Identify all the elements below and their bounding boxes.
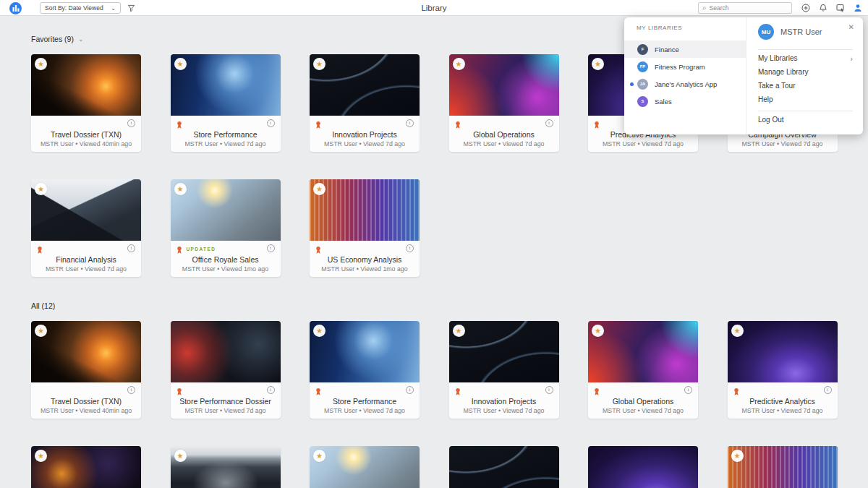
dossier-card[interactable]: ★ i Global Operations MSTR User • Viewed… xyxy=(588,321,698,419)
card-footer: i Financial Analysis MSTR User • Viewed … xyxy=(31,241,141,277)
info-icon[interactable]: i xyxy=(406,244,414,252)
favorite-star-badge[interactable]: ★ xyxy=(174,58,187,70)
card-meta: MSTR User • Viewed 7d ago xyxy=(171,406,281,415)
card-thumbnail: ★ xyxy=(171,179,281,241)
library-item[interactable]: F Finance xyxy=(624,40,746,58)
dossier-card[interactable]: ★ i xyxy=(171,446,281,488)
account-user-icon[interactable] xyxy=(853,4,862,13)
library-item[interactable]: JA Jane's Analytics App xyxy=(624,75,746,93)
close-icon[interactable]: ✕ xyxy=(848,23,854,31)
dossier-card[interactable]: ★ i xyxy=(310,446,420,488)
menu-item-my-libraries[interactable]: My Libraries › xyxy=(758,51,853,65)
search-placeholder: Search xyxy=(710,4,729,12)
card-thumbnail: ★ xyxy=(310,321,420,382)
favorite-star-badge[interactable]: ★ xyxy=(35,183,47,195)
favorite-star-badge[interactable]: ★ xyxy=(313,325,326,337)
library-item[interactable]: FP Fitness Program xyxy=(624,58,746,75)
dossier-card[interactable]: ★ i Innovation Projects MSTR User • View… xyxy=(449,321,559,419)
dossier-card[interactable]: ★ i Innovation Projects MSTR User • View… xyxy=(310,54,420,152)
info-icon[interactable]: i xyxy=(406,386,414,394)
info-icon[interactable]: i xyxy=(127,386,135,394)
favorite-star-badge[interactable]: ★ xyxy=(592,325,604,337)
card-title: Office Royale Sales xyxy=(171,241,281,265)
card-meta: MSTR User • Viewed 7d ago xyxy=(449,140,559,148)
menu-item-manage-library[interactable]: Manage Library › xyxy=(758,65,853,79)
card-thumbnail xyxy=(588,446,698,488)
dossier-card[interactable]: i Store Performance Dossier MSTR User • … xyxy=(171,321,281,419)
card-meta: MSTR User • Viewed 40min ago xyxy=(31,406,141,415)
certified-icon xyxy=(455,119,461,132)
library-name: Jane's Analytics App xyxy=(655,80,717,88)
favorite-star-badge[interactable]: ★ xyxy=(592,58,604,70)
dossier-card[interactable]: ★ i Travel Dossier (TXN) MSTR User • Vie… xyxy=(31,54,141,152)
dossier-card[interactable]: ★ i Predictive Analytics MSTR User • Vie… xyxy=(728,321,838,419)
menu-item-take-a-tour[interactable]: Take a Tour › xyxy=(758,79,853,93)
window-cursor-icon[interactable] xyxy=(835,4,845,13)
notifications-bell-icon[interactable] xyxy=(818,4,827,13)
favorite-star-badge[interactable]: ★ xyxy=(174,450,187,462)
section-header[interactable]: All (12) xyxy=(31,300,868,312)
favorite-star-badge[interactable]: ★ xyxy=(35,58,47,70)
dossier-card[interactable]: i xyxy=(588,446,698,488)
menu-item-log-out[interactable]: Log Out xyxy=(758,113,853,127)
menu-item-help[interactable]: Help › xyxy=(758,93,853,106)
dossier-card[interactable]: ★ i Global Operations MSTR User • Viewed… xyxy=(449,54,559,152)
dossier-card[interactable]: i xyxy=(449,446,559,488)
info-icon[interactable]: i xyxy=(684,386,692,394)
add-circle-icon[interactable] xyxy=(801,4,810,13)
menu-item-label: Take a Tour xyxy=(758,82,796,90)
info-icon[interactable]: i xyxy=(406,119,414,127)
card-grid: ★ i Travel Dossier (TXN) MSTR User • Vie… xyxy=(31,321,868,488)
card-meta: MSTR User • Viewed 7d ago xyxy=(171,140,281,148)
favorite-star-badge[interactable]: ★ xyxy=(174,183,187,195)
divider xyxy=(758,111,853,111)
favorite-star-badge[interactable]: ★ xyxy=(313,58,326,70)
card-thumbnail: ★ xyxy=(31,321,141,382)
info-icon[interactable]: i xyxy=(127,244,135,252)
dossier-card[interactable]: ★ i US Economy Analysis MSTR User • View… xyxy=(310,179,420,277)
card-thumbnail: ★ xyxy=(449,54,559,116)
menu-item-label: Help xyxy=(758,95,773,103)
info-icon[interactable]: i xyxy=(267,386,275,394)
card-meta: MSTR User • Viewed 7d ago xyxy=(310,140,420,148)
dossier-card[interactable]: ★ UPDATED i Office Royale Sales MSTR Use… xyxy=(171,179,281,277)
dossier-card[interactable]: ★ i Store Performance MSTR User • Viewed… xyxy=(310,321,420,419)
dossier-card[interactable]: ★ i xyxy=(31,446,141,488)
dossier-card[interactable]: ★ i Financial Analysis MSTR User • Viewe… xyxy=(31,179,141,277)
library-avatar: S xyxy=(637,96,648,107)
card-thumbnail: ★ xyxy=(310,179,420,241)
info-icon[interactable]: i xyxy=(545,386,553,394)
certified-icon xyxy=(176,386,182,399)
favorite-star-badge[interactable]: ★ xyxy=(35,325,47,337)
info-icon[interactable]: i xyxy=(267,119,275,127)
card-thumbnail: ★ xyxy=(449,321,559,382)
favorite-star-badge[interactable]: ★ xyxy=(35,450,47,462)
dossier-card[interactable]: ★ i Travel Dossier (TXN) MSTR User • Vie… xyxy=(31,321,141,419)
card-thumbnail: ★ xyxy=(171,54,281,116)
favorite-star-badge[interactable]: ★ xyxy=(731,325,744,337)
search-input[interactable]: ⌕ Search xyxy=(698,2,792,14)
section-chevron-icon: ⌄ xyxy=(78,35,84,43)
dossier-card[interactable]: ★ i xyxy=(728,446,838,488)
favorite-star-badge[interactable]: ★ xyxy=(453,325,465,337)
favorite-star-badge[interactable]: ★ xyxy=(313,450,326,462)
card-footer: i Predictive Analytics MSTR User • Viewe… xyxy=(728,382,838,419)
info-icon[interactable]: i xyxy=(267,244,275,252)
card-footer: i Store Performance Dossier MSTR User • … xyxy=(171,382,281,419)
card-footer: i Store Performance MSTR User • Viewed 7… xyxy=(171,116,281,152)
library-name: Sales xyxy=(655,98,672,106)
favorite-star-badge[interactable]: ★ xyxy=(453,58,465,70)
info-icon[interactable]: i xyxy=(127,119,135,127)
favorite-star-badge[interactable]: ★ xyxy=(731,450,744,462)
info-icon[interactable]: i xyxy=(545,119,553,127)
dossier-card[interactable]: ★ i Store Performance MSTR User • Viewed… xyxy=(171,54,281,152)
card-meta: MSTR User • Viewed 40min ago xyxy=(31,140,141,148)
info-icon[interactable]: i xyxy=(824,386,832,394)
card-meta: MSTR User • Viewed 7d ago xyxy=(588,140,698,148)
user-menu-popover: MY LIBRARIES F Finance FP Fitness Progra… xyxy=(624,17,863,134)
card-footer: i Global Operations MSTR User • Viewed 7… xyxy=(588,382,698,419)
certified-icon xyxy=(37,244,43,257)
favorite-star-badge[interactable]: ★ xyxy=(313,183,326,195)
library-item[interactable]: S Sales xyxy=(624,93,746,110)
card-title: Global Operations xyxy=(449,116,559,140)
